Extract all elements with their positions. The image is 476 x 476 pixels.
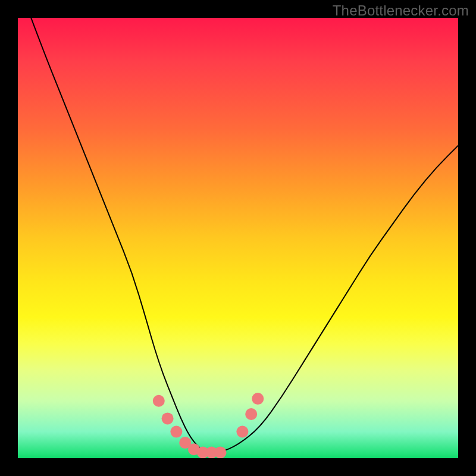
chart-container: TheBottlenecker.com xyxy=(0,0,476,476)
plot-area xyxy=(18,18,458,458)
marker-dots-group xyxy=(153,393,264,458)
marker-dot xyxy=(252,393,264,405)
curve-svg xyxy=(18,18,458,458)
marker-dot xyxy=(236,426,248,438)
marker-dot xyxy=(214,446,226,458)
marker-dot xyxy=(162,412,174,424)
marker-dot xyxy=(245,408,257,420)
watermark-text: TheBottlenecker.com xyxy=(333,2,469,19)
marker-dot xyxy=(170,426,182,438)
marker-dot xyxy=(153,395,165,407)
bottleneck-curve xyxy=(31,18,458,452)
